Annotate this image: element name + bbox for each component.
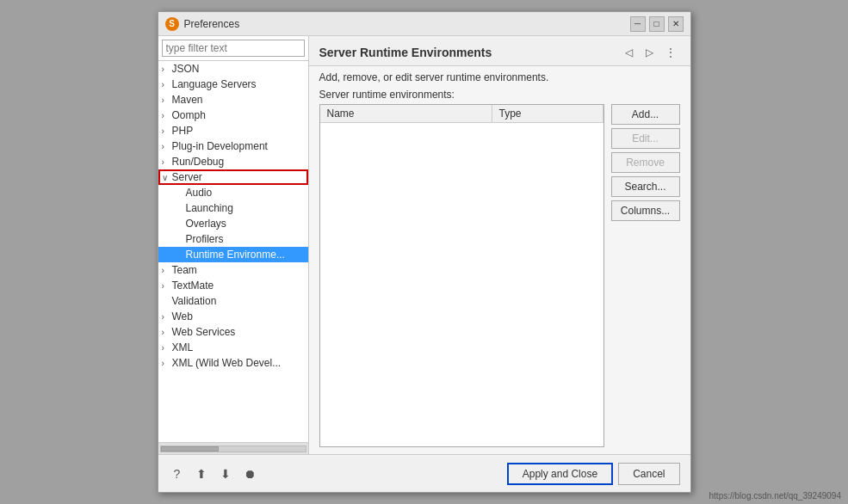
sidebar-item-run-debug[interactable]: ›Run/Debug bbox=[158, 154, 308, 169]
sidebar-item-maven[interactable]: ›Maven bbox=[158, 92, 308, 108]
scrollbar-track[interactable] bbox=[160, 446, 306, 452]
tree-arrow: › bbox=[162, 359, 172, 368]
tree-item-label: JSON bbox=[172, 63, 305, 75]
sidebar-item-xml-wild[interactable]: ›XML (Wild Web Devel... bbox=[158, 355, 308, 371]
sidebar-item-xml[interactable]: ›XML bbox=[158, 340, 308, 355]
tree-item-label: Server bbox=[172, 171, 305, 183]
table-body bbox=[320, 123, 604, 446]
window-controls: ─ □ ✕ bbox=[630, 16, 684, 32]
tree-arrow: › bbox=[162, 343, 172, 353]
maximize-button[interactable]: □ bbox=[649, 16, 665, 32]
col-name: Name bbox=[320, 105, 492, 122]
window-title: Preferences bbox=[184, 18, 240, 30]
tree-item-label: PHP bbox=[172, 125, 305, 137]
bottom-icons: ? ⬆ ⬇ ⏺ bbox=[169, 465, 258, 482]
tree-arrow: › bbox=[162, 142, 172, 151]
sidebar-item-validation[interactable]: Validation bbox=[158, 293, 308, 309]
title-bar-left: S Preferences bbox=[165, 17, 240, 31]
sidebar-item-web[interactable]: ›Web bbox=[158, 309, 308, 324]
sidebar-item-server[interactable]: ∨Server bbox=[158, 169, 308, 185]
tree-item-label: Language Servers bbox=[172, 78, 305, 90]
tree-item-label: XML (Wild Web Devel... bbox=[172, 357, 305, 369]
scrollbar-thumb[interactable] bbox=[161, 446, 219, 452]
sidebar-item-oomph[interactable]: ›Oomph bbox=[158, 108, 308, 123]
remove-button[interactable]: Remove bbox=[611, 152, 680, 173]
filter-box bbox=[158, 36, 308, 61]
sidebar-item-web-services[interactable]: ›Web Services bbox=[158, 324, 308, 340]
runtime-table: Name Type bbox=[319, 104, 604, 447]
tree-arrow: › bbox=[162, 157, 172, 167]
tree-arrow: › bbox=[162, 126, 172, 136]
record-icon[interactable]: ⏺ bbox=[241, 465, 258, 482]
right-panel: Server Runtime Environments ◁ ▷ ⋮ Add, r… bbox=[309, 36, 690, 454]
add-button[interactable]: Add... bbox=[611, 104, 680, 125]
tree-item-label: XML bbox=[172, 341, 305, 353]
apply-close-button[interactable]: Apply and Close bbox=[507, 463, 613, 485]
cancel-button[interactable]: Cancel bbox=[618, 463, 679, 485]
tree-item-label: Run/Debug bbox=[172, 156, 305, 168]
bottom-buttons: Apply and Close Cancel bbox=[507, 463, 680, 485]
sidebar-item-overlays[interactable]: Overlays bbox=[158, 216, 308, 231]
search-button[interactable]: Search... bbox=[611, 176, 680, 197]
panel-description: Add, remove, or edit server runtime envi… bbox=[309, 66, 690, 89]
columns-button[interactable]: Columns... bbox=[611, 200, 680, 221]
sidebar-item-plugin-development[interactable]: ›Plug-in Development bbox=[158, 138, 308, 154]
sidebar-item-php[interactable]: ›PHP bbox=[158, 123, 308, 138]
section-label: Server runtime environments: bbox=[309, 89, 690, 104]
tree-arrow: › bbox=[162, 95, 172, 105]
panel-toolbar: ◁ ▷ ⋮ bbox=[620, 43, 680, 62]
minimize-button[interactable]: ─ bbox=[630, 16, 646, 32]
tree-arrow: › bbox=[162, 312, 172, 322]
sidebar-item-profilers[interactable]: Profilers bbox=[158, 231, 308, 247]
toolbar-menu-button[interactable]: ⋮ bbox=[661, 43, 680, 62]
panel-body: Name Type Add... Edit... Remove Search..… bbox=[309, 104, 690, 454]
sidebar-item-team[interactable]: ›Team bbox=[158, 262, 308, 278]
table-header: Name Type bbox=[320, 105, 604, 123]
tree-item-label: Overlays bbox=[186, 218, 305, 230]
tree-item-label: Team bbox=[172, 264, 305, 276]
tree-item-label: Plug-in Development bbox=[172, 140, 305, 152]
forward-button[interactable]: ▷ bbox=[641, 43, 659, 62]
tree-arrow: › bbox=[162, 65, 172, 74]
filter-input[interactable] bbox=[162, 40, 305, 57]
export-icon[interactable]: ⬆ bbox=[193, 465, 210, 482]
tree-item-label: Maven bbox=[172, 94, 305, 106]
sidebar-item-textmate[interactable]: ›TextMate bbox=[158, 278, 308, 293]
tree-arrow: › bbox=[162, 111, 172, 120]
close-button[interactable]: ✕ bbox=[668, 16, 684, 32]
sidebar-item-audio[interactable]: Audio bbox=[158, 185, 308, 200]
sidebar-item-launching[interactable]: Launching bbox=[158, 200, 308, 216]
watermark: https://blog.csdn.net/qq_39249094 bbox=[709, 491, 841, 501]
tree-arrow: › bbox=[162, 266, 172, 275]
tree-arrow: › bbox=[162, 328, 172, 337]
sidebar-item-language-servers[interactable]: ›Language Servers bbox=[158, 77, 308, 92]
app-icon: S bbox=[165, 17, 179, 31]
horizontal-scrollbar[interactable] bbox=[158, 442, 308, 454]
title-bar: S Preferences ─ □ ✕ bbox=[158, 12, 690, 36]
col-type: Type bbox=[492, 105, 604, 122]
tree-item-label: TextMate bbox=[172, 280, 305, 292]
import-icon[interactable]: ⬇ bbox=[217, 465, 234, 482]
tree-arrow: › bbox=[162, 80, 172, 89]
tree-item-label: Web Services bbox=[172, 326, 305, 338]
preferences-window: S Preferences ─ □ ✕ ›JSON›Language Serve… bbox=[158, 11, 691, 493]
tree-item-label: Launching bbox=[186, 202, 305, 214]
tree-item-label: Profilers bbox=[186, 233, 305, 245]
sidebar-item-runtime-environments[interactable]: Runtime Environme... bbox=[158, 247, 308, 262]
panel-title: Server Runtime Environments bbox=[319, 46, 492, 59]
edit-button[interactable]: Edit... bbox=[611, 128, 680, 149]
main-content: ›JSON›Language Servers›Maven›Oomph›PHP›P… bbox=[158, 36, 690, 454]
help-icon[interactable]: ? bbox=[169, 465, 186, 482]
tree-item-label: Oomph bbox=[172, 109, 305, 121]
bottom-bar: ? ⬆ ⬇ ⏺ Apply and Close Cancel bbox=[158, 454, 690, 492]
side-buttons: Add... Edit... Remove Search... Columns.… bbox=[611, 104, 680, 447]
back-button[interactable]: ◁ bbox=[620, 43, 639, 62]
tree-item-label: Runtime Environme... bbox=[186, 249, 305, 261]
tree-container: ›JSON›Language Servers›Maven›Oomph›PHP›P… bbox=[158, 61, 308, 442]
tree-item-label: Web bbox=[172, 310, 305, 323]
tree-arrow: ∨ bbox=[162, 173, 172, 182]
panel-header: Server Runtime Environments ◁ ▷ ⋮ bbox=[309, 36, 690, 66]
tree-item-label: Audio bbox=[186, 187, 305, 199]
sidebar: ›JSON›Language Servers›Maven›Oomph›PHP›P… bbox=[158, 36, 309, 454]
sidebar-item-json[interactable]: ›JSON bbox=[158, 61, 308, 77]
